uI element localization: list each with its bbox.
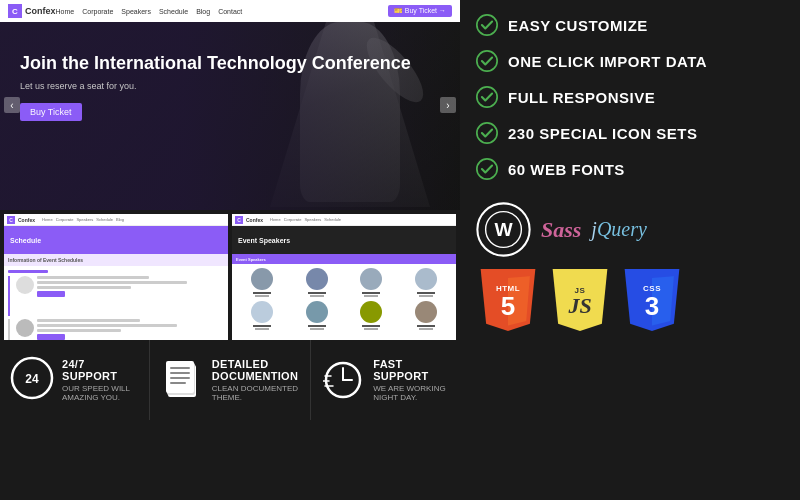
feature-one-click-import: ONE CLICK IMPORT DATA <box>476 50 784 72</box>
hero-content: Join the International Technology Confer… <box>20 52 460 121</box>
tech-badges-row: HTML 5 JS JS <box>476 269 784 331</box>
hero-title: Join the International Technology Confer… <box>20 52 460 75</box>
feature-special-icon-sets-label: 230 SPECIAL ICON SETS <box>508 125 697 142</box>
feature-web-fonts-label: 60 WEB FONTS <box>508 161 625 178</box>
tech-logos: W Sass jQuery HTML <box>460 194 800 339</box>
css3-shield: CSS 3 <box>623 269 681 331</box>
support-247-title: 24/7 SUPPORT <box>62 358 137 382</box>
hero-subtitle: Let us reserve a seat for you. <box>20 81 460 91</box>
speakers-header: Event Speakers <box>232 226 456 254</box>
js-badge: JS JS <box>548 269 612 331</box>
check-icon-4 <box>476 122 498 144</box>
fake-nav-items: Home Corporate Speakers Schedule Blog Co… <box>56 8 243 15</box>
feature-web-fonts: 60 WEB FONTS <box>476 158 784 180</box>
247-icon: 24 <box>12 360 52 400</box>
feature-full-responsive: FULL RESPONSIVE <box>476 86 784 108</box>
js-shield: JS JS <box>551 269 609 331</box>
support-fast: FAST SUPPORT WE ARE WORKING NIGHT DAY. <box>311 340 460 420</box>
next-arrow[interactable]: › <box>440 97 456 113</box>
svg-point-8 <box>477 15 497 35</box>
confex-brand: C Confex <box>8 4 56 18</box>
nav-home: Home <box>56 8 75 15</box>
support-docs: DETAILED DOCUMENTION CLEAN DOCUMENTED TH… <box>150 340 311 420</box>
feature-easy-customize: EASY CUSTOMIZE <box>476 14 784 36</box>
support-247-subtitle: OUR SPEED WILL AMAZING YOU. <box>62 384 137 402</box>
html5-shield: HTML 5 <box>479 269 537 331</box>
svg-point-12 <box>477 159 497 179</box>
nav-contact: Contact <box>218 8 242 15</box>
website-preview: C Confex Home Corporate Speakers Schedul… <box>0 0 460 420</box>
support-fast-subtitle: WE ARE WORKING NIGHT DAY. <box>373 384 448 402</box>
confex-icon: C <box>8 4 22 18</box>
html5-badge: HTML 5 <box>476 269 540 331</box>
nav-corporate: Corporate <box>82 8 113 15</box>
nav-blog: Blog <box>196 8 210 15</box>
check-icon-5 <box>476 158 498 180</box>
features-panel: EASY CUSTOMIZE ONE CLICK IMPORT DATA FUL… <box>460 0 800 500</box>
svg-point-11 <box>477 123 497 143</box>
support-docs-title: DETAILED DOCUMENTION <box>212 358 298 382</box>
check-icon-1 <box>476 14 498 36</box>
wordpress-logo: W <box>476 202 531 257</box>
doc-icon <box>162 360 202 400</box>
buy-ticket-button[interactable]: Buy Ticket <box>20 103 82 121</box>
svg-text:W: W <box>494 219 513 240</box>
support-fast-title: FAST SUPPORT <box>373 358 448 382</box>
feature-special-icon-sets: 230 SPECIAL ICON SETS <box>476 122 784 144</box>
schedule-header: Schedule <box>4 226 228 254</box>
jquery-logo: jQuery <box>591 218 647 241</box>
support-docs-subtitle: CLEAN DOCUMENTED THEME. <box>212 384 298 402</box>
nav-speakers: Speakers <box>121 8 151 15</box>
sass-logo: Sass <box>541 217 581 243</box>
support-bar: 24 24/7 SUPPORT OUR SPEED WILL AMAZING Y… <box>0 340 460 420</box>
tech-row-logos: W Sass jQuery <box>476 202 784 257</box>
buy-ticket-nav[interactable]: 🎫 Buy Ticket → <box>388 5 452 17</box>
feature-full-responsive-label: FULL RESPONSIVE <box>508 89 655 106</box>
fake-navbar: C Confex Home Corporate Speakers Schedul… <box>0 0 460 22</box>
feature-one-click-import-label: ONE CLICK IMPORT DATA <box>508 53 707 70</box>
svg-point-10 <box>477 87 497 107</box>
feature-easy-customize-label: EASY CUSTOMIZE <box>508 17 648 34</box>
css3-badge: CSS 3 <box>620 269 684 331</box>
clock-icon <box>323 360 363 400</box>
confex-name: Confex <box>25 6 56 16</box>
features-list: EASY CUSTOMIZE ONE CLICK IMPORT DATA FUL… <box>460 0 800 194</box>
svg-text:24: 24 <box>25 372 39 386</box>
prev-arrow[interactable]: ‹ <box>4 97 20 113</box>
nav-schedule: Schedule <box>159 8 188 15</box>
check-icon-2 <box>476 50 498 72</box>
hero-screenshot: C Confex Home Corporate Speakers Schedul… <box>0 0 460 210</box>
check-icon-3 <box>476 86 498 108</box>
svg-point-9 <box>477 51 497 71</box>
support-247: 24 24/7 SUPPORT OUR SPEED WILL AMAZING Y… <box>0 340 150 420</box>
